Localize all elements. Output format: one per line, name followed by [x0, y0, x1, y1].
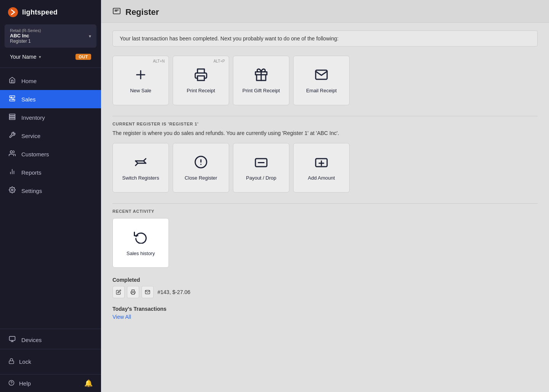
lock-button[interactable]: Lock: [0, 353, 101, 370]
recent-activity-divider: [112, 203, 538, 204]
svg-point-10: [11, 189, 13, 191]
devices-icon: [8, 336, 16, 344]
svg-rect-14: [9, 361, 14, 363]
payout-drop-icon: [254, 155, 268, 172]
sales-icon: [8, 95, 16, 103]
completed-label: Completed: [112, 277, 538, 283]
register-divider: [112, 116, 538, 116]
scrollable-content: Your last transaction has been completed…: [101, 23, 549, 392]
switch-registers-button[interactable]: Switch Registers: [112, 143, 169, 193]
close-register-icon: [194, 155, 208, 172]
retail-label: Retail (R-Series): [10, 28, 41, 33]
register-icon: [112, 7, 121, 17]
notification-bell-icon[interactable]: 🔔: [84, 379, 93, 387]
print-receipt-button[interactable]: ALT+P Print Receipt: [173, 56, 229, 105]
switch-registers-icon: [134, 155, 148, 172]
main-content-area: Register Your last transaction has been …: [101, 0, 549, 392]
svg-point-0: [8, 7, 18, 17]
print-gift-receipt-button[interactable]: Print Gift Receipt: [233, 56, 289, 105]
svg-rect-5: [10, 118, 15, 120]
print-receipt-shortcut: ALT+P: [214, 59, 225, 63]
settings-icon: [8, 186, 16, 195]
user-name-label: Your Name: [10, 54, 37, 60]
sidebar-item-devices[interactable]: Devices: [0, 331, 101, 349]
completed-section: Completed #143, $-27.06: [112, 277, 538, 298]
recent-activity-grid: Sales history: [112, 218, 538, 268]
sidebar-item-inventory[interactable]: Inventory: [0, 108, 101, 127]
svg-rect-20: [197, 76, 204, 80]
print-receipt-label: Print Receipt: [187, 88, 215, 93]
new-sale-icon: [134, 68, 148, 85]
sidebar-item-label-sales: Sales: [21, 96, 36, 103]
sidebar-item-reports[interactable]: Reports: [0, 163, 101, 182]
inventory-icon: [8, 113, 16, 122]
sidebar-item-label-settings: Settings: [21, 188, 42, 194]
svg-rect-32: [132, 292, 135, 294]
new-sale-label: New Sale: [130, 88, 151, 93]
sidebar-item-label-reports: Reports: [21, 169, 42, 176]
register-section-header: CURRENT REGISTER IS 'REGISTER 1': [112, 122, 538, 126]
print-transaction-button[interactable]: [127, 286, 139, 298]
logo-area: lightspeed: [0, 0, 101, 24]
post-sale-action-grid: ALT+N New Sale ALT+P Print Receipt Prin: [112, 56, 538, 105]
add-amount-label: Add Amount: [308, 175, 335, 181]
recent-activity-section: RECENT ACTIVITY Sales history: [112, 203, 538, 268]
info-bar: Your last transaction has been completed…: [112, 31, 538, 47]
sidebar-item-customers[interactable]: Customers: [0, 145, 101, 163]
completed-row: #143, $-27.06: [112, 286, 538, 298]
sidebar-item-label-inventory: Inventory: [21, 114, 45, 121]
account-chevron-icon: ▾: [89, 34, 91, 39]
email-receipt-icon: [315, 68, 328, 85]
page-title: Register: [125, 7, 159, 17]
print-gift-receipt-icon: [254, 68, 268, 85]
help-label: Help: [19, 380, 31, 387]
new-sale-shortcut: ALT+N: [153, 59, 165, 63]
sidebar-bottom: Lock: [0, 349, 101, 374]
home-icon: [8, 77, 16, 85]
today-transactions-section: Today's Transactions View All: [112, 306, 538, 320]
account-selector[interactable]: Retail (R-Series) ABC Inc Register 1 ▾: [5, 24, 96, 48]
sidebar-item-settings[interactable]: Settings: [0, 182, 101, 200]
add-amount-icon: [315, 155, 328, 172]
view-all-link[interactable]: View All: [112, 314, 131, 320]
out-badge: OUT: [75, 54, 91, 60]
close-register-button[interactable]: Close Register: [173, 143, 229, 193]
sidebar-footer: Help 🔔: [0, 374, 101, 392]
svg-rect-3: [10, 114, 15, 116]
sidebar: lightspeed Retail (R-Series) ABC Inc Reg…: [0, 0, 101, 392]
recent-activity-header: RECENT ACTIVITY: [112, 209, 538, 214]
lock-label: Lock: [19, 358, 31, 365]
sales-history-icon: [134, 230, 148, 247]
edit-transaction-button[interactable]: [112, 286, 125, 298]
close-register-label: Close Register: [185, 175, 217, 181]
completed-info: #143, $-27.06: [157, 289, 190, 295]
customers-icon: [8, 150, 16, 158]
sidebar-nav: Home Sales Inventory Service: [0, 69, 101, 327]
email-transaction-button[interactable]: [141, 286, 154, 298]
reports-icon: [8, 168, 16, 177]
switch-registers-label: Switch Registers: [122, 175, 159, 181]
register-action-grid: Switch Registers Close Register Payout /…: [112, 143, 538, 193]
payout-drop-button[interactable]: Payout / Drop: [233, 143, 289, 193]
sidebar-item-service[interactable]: Service: [0, 127, 101, 145]
user-name-button[interactable]: Your Name ▾: [10, 54, 41, 60]
user-chevron-icon: ▾: [39, 55, 41, 59]
service-icon: [8, 132, 16, 140]
page-header: Register: [101, 0, 549, 23]
company-name: ABC Inc: [10, 33, 41, 39]
lightspeed-logo-icon: [8, 7, 18, 18]
register-name: Register 1: [10, 39, 41, 44]
email-receipt-button[interactable]: Email Receipt: [293, 56, 350, 105]
help-icon: [8, 380, 14, 387]
sales-history-label: Sales history: [127, 251, 155, 256]
help-button[interactable]: Help: [8, 380, 31, 387]
sidebar-item-home[interactable]: Home: [0, 72, 101, 90]
sidebar-divider-top: [0, 67, 101, 68]
sidebar-item-label-devices: Devices: [21, 337, 42, 343]
lock-icon: [8, 358, 14, 365]
sidebar-item-sales[interactable]: Sales: [0, 90, 101, 108]
add-amount-button[interactable]: Add Amount: [293, 143, 350, 193]
register-section-desc: The register is where you do sales and r…: [112, 130, 538, 136]
sales-history-button[interactable]: Sales history: [112, 218, 169, 268]
new-sale-button[interactable]: ALT+N New Sale: [112, 56, 169, 105]
